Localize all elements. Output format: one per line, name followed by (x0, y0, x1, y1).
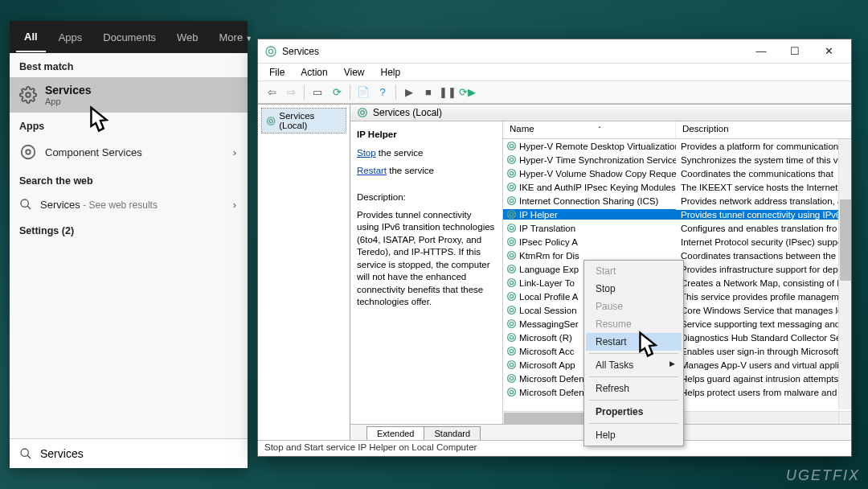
svg-point-13 (510, 144, 513, 147)
service-row[interactable]: Hyper-V Remote Desktop Virtualization...… (503, 139, 851, 153)
svg-point-29 (510, 253, 513, 257)
service-row[interactable]: Hyper-V Time Synchronization ServiceSync… (503, 153, 851, 166)
svg-point-3 (21, 199, 28, 207)
ctx-refresh[interactable]: Refresh (586, 380, 682, 397)
search-input[interactable]: Services (10, 438, 248, 468)
svg-point-20 (508, 183, 516, 191)
ctx-help[interactable]: Help (586, 426, 682, 444)
selected-service-name: IP Helper (357, 129, 496, 139)
properties-icon[interactable]: ▭ (309, 84, 326, 101)
svg-point-15 (510, 158, 513, 161)
svg-point-48 (508, 375, 516, 383)
description-label: Description: (357, 191, 496, 204)
gear-icon (506, 223, 517, 233)
svg-point-8 (266, 47, 276, 56)
search-tab-documents[interactable]: Documents (95, 23, 164, 51)
export-icon[interactable]: 📄 (354, 84, 372, 101)
gear-icon (506, 277, 517, 288)
svg-point-2 (22, 146, 35, 159)
menu-action[interactable]: Action (294, 65, 334, 80)
column-headers[interactable]: Name ˆ Description (503, 121, 851, 139)
content-header: Services (Local) (350, 105, 851, 121)
svg-point-30 (508, 252, 516, 260)
apps-component-services[interactable]: Component Services › (10, 137, 248, 167)
titlebar[interactable]: Services — ☐ ✕ (258, 39, 851, 64)
svg-point-42 (508, 334, 516, 342)
ctx-all-tasks[interactable]: All Tasks▶ (586, 356, 682, 374)
back-icon[interactable]: ⇦ (263, 84, 280, 101)
settings-label[interactable]: Settings (2) (10, 217, 248, 241)
stop-icon[interactable]: ■ (420, 84, 437, 101)
svg-point-27 (510, 240, 513, 243)
svg-point-34 (508, 279, 516, 287)
watermark: UGETFIX (786, 467, 860, 484)
close-button[interactable]: ✕ (813, 40, 845, 63)
service-row[interactable]: IKE and AuthIP IPsec Keying ModulesThe I… (503, 180, 851, 194)
menu-help[interactable]: Help (375, 65, 407, 80)
svg-point-50 (508, 388, 516, 397)
search-icon (19, 198, 32, 211)
svg-point-44 (508, 347, 516, 355)
web-services-results[interactable]: Services - See web results › (10, 191, 248, 217)
restart-icon[interactable]: ⟳▶ (458, 84, 476, 101)
search-tabs: All Apps Documents Web More▼ (10, 21, 248, 53)
search-tab-more[interactable]: More▼ (211, 23, 261, 51)
service-row[interactable]: Internet Connection Sharing (ICS)Provide… (503, 194, 851, 208)
tab-standard[interactable]: Standard (424, 426, 481, 440)
ctx-stop[interactable]: Stop (586, 280, 682, 298)
svg-point-33 (510, 281, 513, 284)
service-row[interactable]: IP HelperProvides tunnel connectivity us… (503, 208, 851, 221)
svg-point-26 (508, 224, 516, 232)
search-icon (19, 447, 32, 460)
service-row[interactable]: Hyper-V Volume Shadow Copy Reques...Coor… (503, 166, 851, 180)
gear-icon (506, 264, 517, 274)
search-tab-all[interactable]: All (16, 23, 46, 52)
svg-point-18 (508, 170, 516, 178)
svg-point-22 (508, 197, 516, 205)
services-window: Services — ☐ ✕ File Action View Help ⇦ ⇨… (257, 39, 852, 457)
gear-icon (19, 143, 37, 161)
context-menu: StartStopPauseResumeRestart All Tasks▶ R… (583, 260, 684, 446)
menu-file[interactable]: File (263, 65, 291, 80)
gear-icon (506, 182, 517, 192)
svg-point-19 (510, 185, 513, 188)
tab-extended[interactable]: Extended (366, 426, 424, 440)
stop-link[interactable]: Stop (357, 148, 376, 158)
best-match-title: Services (45, 84, 92, 97)
maximize-button[interactable]: ☐ (779, 40, 811, 63)
pause-icon[interactable]: ❚❚ (439, 84, 457, 101)
minimize-button[interactable]: — (745, 40, 777, 63)
tree-services-local[interactable]: Services (Local) (261, 108, 346, 134)
service-row[interactable]: IP Translation Configures and enables tr… (503, 221, 851, 235)
svg-point-14 (508, 142, 516, 150)
svg-point-35 (510, 294, 513, 298)
gear-icon (506, 291, 517, 302)
svg-point-5 (21, 449, 28, 456)
gear-icon (506, 154, 517, 165)
gear-icon (357, 107, 368, 118)
help-icon[interactable]: ? (374, 84, 391, 101)
gear-icon (506, 141, 517, 151)
search-tab-apps[interactable]: Apps (51, 23, 91, 51)
svg-point-37 (510, 308, 513, 311)
play-icon[interactable]: ▶ (400, 84, 418, 101)
gear-icon (506, 305, 517, 315)
forward-icon[interactable]: ⇨ (282, 84, 300, 101)
best-match-services[interactable]: Services App (10, 77, 248, 113)
gear-icon (506, 387, 517, 397)
gear-icon (264, 45, 277, 58)
ctx-properties[interactable]: Properties (586, 403, 682, 421)
ctx-restart[interactable]: Restart (586, 333, 682, 351)
menubar: File Action View Help (258, 64, 851, 81)
svg-point-24 (508, 211, 516, 219)
scrollbar-vertical[interactable] (838, 139, 851, 409)
service-row[interactable]: IPsec Policy AInternet Protocol security… (503, 235, 851, 249)
search-tab-web[interactable]: Web (169, 23, 207, 51)
window-title: Services (282, 46, 745, 57)
gear-icon (19, 86, 37, 104)
restart-link[interactable]: Restart (357, 166, 387, 175)
menu-view[interactable]: View (338, 65, 371, 80)
refresh-icon[interactable]: ⟳ (328, 84, 346, 101)
gear-icon (506, 168, 517, 179)
search-web-label: Search the web (10, 167, 248, 191)
